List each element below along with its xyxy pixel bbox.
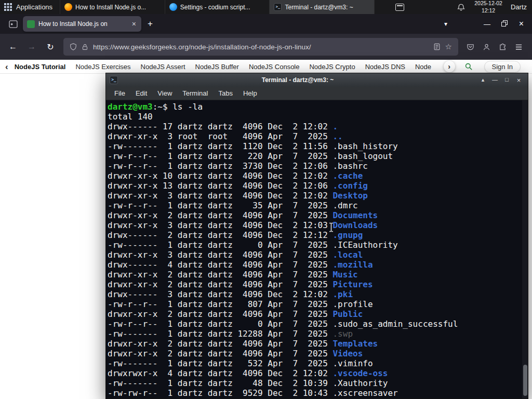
terminal-maximize-button[interactable]: □ [501, 76, 512, 84]
gfg-nav-item[interactable]: NodeJS Buffer [195, 63, 239, 71]
file-meta: drwxr-xr-x 13 dartz dartz 4096 Dec 2 12:… [108, 181, 332, 191]
window-close-button[interactable]: × [513, 19, 530, 29]
file-name: .pki [332, 289, 353, 299]
terminal-shade-button[interactable]: ▴ [477, 76, 488, 84]
nav-scroll-left-icon[interactable]: ‹ [5, 62, 8, 71]
file-name: .bash_logout [332, 151, 393, 161]
file-name: .mozilla [332, 260, 373, 270]
reader-mode-icon[interactable] [433, 43, 441, 50]
search-button[interactable] [464, 62, 473, 71]
nav-scroll-right-button[interactable]: › [444, 61, 455, 72]
panel-username[interactable]: Dartz [511, 3, 527, 11]
command-text: ls -la [172, 102, 203, 112]
terminal-scrollbar-thumb[interactable] [523, 365, 527, 396]
file-meta: drwxr-xr-x 2 dartz dartz 4096 Apr 7 2025 [108, 210, 332, 220]
account-icon[interactable] [483, 43, 490, 51]
back-button[interactable]: ← [4, 38, 22, 55]
tray-clipboard-icon[interactable] [395, 4, 404, 11]
gfg-nav-item[interactable]: NodeJS Exercises [75, 63, 130, 71]
menu-item-edit[interactable]: Edit [130, 89, 152, 97]
file-meta: drwxr-xr-x 10 dartz dartz 4096 Dec 2 12:… [108, 171, 332, 181]
firefox-view-icon [9, 20, 18, 28]
terminal-title: Terminal - dartz@vm3: ~ [118, 76, 477, 84]
file-meta: drwx------ 17 dartz dartz 4096 Dec 2 12:… [108, 122, 332, 131]
terminal-output-line: drwx------ 2 dartz dartz 4096 Dec 2 12:1… [108, 230, 528, 240]
panel-clock[interactable]: 2025-12-02 12:12 [474, 0, 502, 14]
file-name: .vscode-oss [332, 368, 388, 378]
file-meta: -rw-rw-r-- 1 dartz dartz 9529 Dec 2 10:4… [108, 388, 332, 398]
list-all-tabs-button[interactable]: ▾ [440, 18, 451, 30]
file-name: .gnupg [332, 230, 363, 240]
file-meta: drwx------ 4 dartz dartz 4096 Apr 7 2025 [108, 260, 332, 270]
url-text[interactable]: https://www.geeksforgeeks.org/node-js/in… [93, 43, 429, 51]
tracking-protection-shield-icon[interactable] [70, 43, 77, 50]
terminal-output-line: drwx------ 17 dartz dartz 4096 Dec 2 12:… [108, 122, 528, 131]
menu-hamburger-icon[interactable] [515, 44, 523, 50]
gfg-subnav: ‹ NodeJS TutorialNodeJS ExercisesNodeJS … [0, 60, 532, 74]
menu-item-help[interactable]: Help [238, 89, 262, 97]
gfg-nav-item[interactable]: NodeJS Tutorial [15, 63, 66, 71]
gfg-nav-item[interactable]: NodeJS DNS [365, 63, 405, 71]
extensions-puzzle-icon[interactable] [499, 43, 507, 51]
terminal-output-line: -rw------- 1 dartz dartz 0 Apr 7 2025 .I… [108, 240, 528, 250]
clock-date: 2025-12-02 [474, 0, 502, 7]
file-meta: drwx------ 2 dartz dartz 4096 Dec 2 12:1… [108, 230, 332, 240]
file-meta: drwxr-xr-x 3 dartz dartz 4096 Dec 2 12:0… [108, 191, 332, 201]
browser-tab[interactable]: How to Install Node.js on × [23, 16, 141, 32]
terminal-output-line: drwxr-xr-x 2 dartz dartz 4096 Apr 7 2025… [108, 270, 528, 280]
terminal-output-line: -rw------- 1 dartz dartz 532 Apr 7 2025 … [108, 358, 528, 368]
bookmark-star-icon[interactable]: ☆ [445, 42, 452, 51]
menu-item-tabs[interactable]: Tabs [213, 89, 237, 97]
window-minimize-button[interactable]: — [478, 20, 496, 28]
file-name: .xscreensaver [332, 388, 397, 398]
file-name: .bashrc [332, 161, 367, 171]
terminal-output-line: drwx------ 4 dartz dartz 4096 Apr 7 2025… [108, 260, 528, 270]
prompt-user-host: dartz@vm3 [108, 102, 153, 112]
pocket-icon[interactable] [467, 43, 474, 51]
terminal-output-line: -rw-r--r-- 1 dartz dartz 220 Apr 7 2025 … [108, 151, 528, 161]
terminal-titlebar[interactable]: >_ Terminal - dartz@vm3: ~ ▴ — □ × [106, 73, 528, 87]
file-name: . [332, 122, 338, 131]
forward-button[interactable]: → [23, 38, 41, 55]
taskbar-button-title: Terminal - dartz@vm3: ~ [285, 4, 353, 11]
applications-menu-button[interactable]: Applications [0, 0, 60, 14]
reload-button[interactable]: ↻ [42, 38, 59, 55]
file-meta: drwxr-xr-x 2 dartz dartz 4096 Apr 7 2025 [108, 339, 332, 349]
file-name: Videos [332, 349, 363, 358]
terminal-window: >_ Terminal - dartz@vm3: ~ ▴ — □ × FileE… [105, 73, 528, 399]
taskbar-button[interactable]: >_Terminal - dartz@vm3: ~ [269, 0, 374, 14]
taskbar-button-title: How to Install Node.js o... [75, 4, 146, 11]
lock-icon[interactable] [82, 44, 88, 50]
terminal-body[interactable]: dartz@vm3:~$ ls -la total 140 drwx------… [106, 100, 528, 398]
menu-item-view[interactable]: View [152, 89, 177, 97]
firefox-view-button[interactable] [6, 18, 20, 30]
terminal-prompt-line: dartz@vm3:~$ ls -la [108, 102, 528, 112]
terminal-close-button[interactable]: × [513, 76, 524, 84]
file-meta: -rw-r--r-- 1 dartz dartz 35 Apr 7 2025 [108, 201, 332, 210]
terminal-output-line: drwxr-xr-x 2 dartz dartz 4096 Apr 7 2025… [108, 339, 528, 349]
menu-item-file[interactable]: File [109, 89, 130, 97]
window-restore-button[interactable] [496, 14, 513, 34]
terminal-output-line: drwxr-xr-x 2 dartz dartz 4096 Apr 7 2025… [108, 280, 528, 289]
url-bar[interactable]: https://www.geeksforgeeks.org/node-js/in… [63, 38, 458, 56]
file-meta: -rw------- 1 dartz dartz 48 Dec 2 10:39 [108, 378, 332, 388]
menu-item-terminal[interactable]: Terminal [177, 89, 213, 97]
terminal-minimize-button[interactable]: — [489, 76, 500, 84]
toolbar-right-icons [462, 43, 528, 51]
gfg-nav-item[interactable]: NodeJS Assert [141, 63, 185, 71]
sign-in-button[interactable]: Sign In [484, 61, 521, 73]
taskbar-button[interactable]: Settings - codium script... [165, 0, 270, 14]
new-tab-button[interactable]: + [141, 18, 159, 30]
terminal-scrollbar[interactable] [522, 100, 528, 398]
tab-close-icon[interactable]: × [131, 20, 137, 28]
bell-icon [457, 3, 465, 11]
gfg-nav-item[interactable]: Node [415, 63, 431, 71]
file-name: .dmrc [332, 201, 357, 210]
file-name: .ICEauthority [332, 240, 397, 250]
notifications-button[interactable] [457, 3, 465, 11]
taskbar-button[interactable]: How to Install Node.js o... [60, 0, 165, 14]
applications-grid-icon [4, 3, 12, 11]
terminal-output-line: drwxr-xr-x 13 dartz dartz 4096 Dec 2 12:… [108, 181, 528, 191]
gfg-nav-item[interactable]: NodeJS Crypto [309, 63, 355, 71]
gfg-nav-item[interactable]: NodeJS Console [249, 63, 300, 71]
